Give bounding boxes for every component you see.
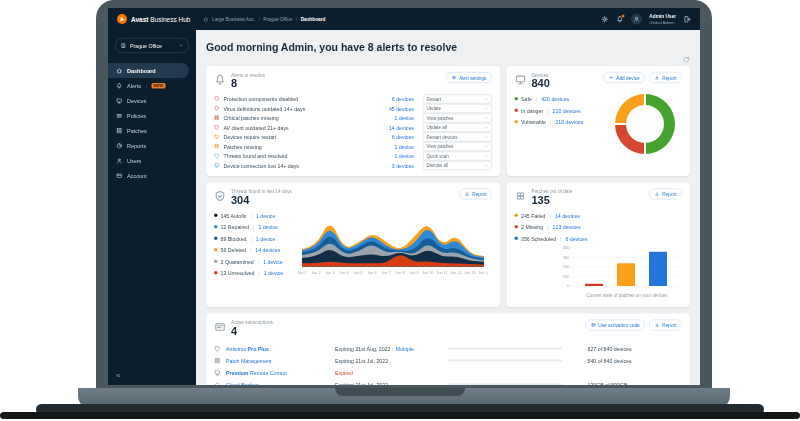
settings-icon[interactable] <box>601 15 609 23</box>
grid-icon <box>214 115 220 121</box>
chevron-down-icon <box>485 163 489 167</box>
alert-action-select[interactable]: Restart <box>423 94 492 103</box>
sidebar-item-patches[interactable]: Patches <box>108 123 189 138</box>
legend-item: 89 Blocked|1 device <box>214 233 298 245</box>
usage-value: 540 of 840 devices <box>588 358 683 364</box>
alert-devices-link[interactable]: 45 devices <box>389 105 414 111</box>
alert-devices-link[interactable]: 14 devices <box>389 124 414 130</box>
legend-value-link[interactable]: 1 device <box>263 258 283 264</box>
notifications-icon[interactable] <box>616 15 624 23</box>
legend-item: 56 Deleted|14 devices <box>214 244 298 256</box>
laptop-shadow <box>0 412 800 419</box>
alert-label: Virus definitions outdated 14+ days <box>224 105 385 111</box>
laptop-hinge <box>335 388 465 396</box>
refresh-icon[interactable] <box>683 56 691 64</box>
subscription-row: Patch ManagementExpiring 21st Jul, 20225… <box>214 355 682 367</box>
legend-value-link[interactable]: 1 device <box>256 235 276 241</box>
chevron-down-icon <box>485 125 489 129</box>
alert-devices-link[interactable]: 1 device <box>394 143 414 149</box>
legend-value-link[interactable]: 123 devices <box>553 224 581 230</box>
sidebar-nav: DashboardAlerts|NEWDevicesPoliciesPatche… <box>108 63 196 183</box>
org-selector-label: Prague Office <box>130 43 175 49</box>
user-icon <box>633 16 640 23</box>
plus-icon <box>609 75 614 80</box>
legend-label: Safe <box>521 96 532 102</box>
collapse-sidebar-icon[interactable]: « <box>116 371 120 380</box>
subscription-name[interactable]: Cloud Backup <box>226 382 335 385</box>
sidebar-item-reports[interactable]: Reports <box>108 138 189 153</box>
legend-value-link[interactable]: 420 devices <box>541 96 569 102</box>
monitor-icon <box>116 97 123 104</box>
subscriptions-count: 4 <box>231 325 273 337</box>
avatar[interactable] <box>631 14 642 25</box>
legend-value-link[interactable]: 1 device <box>264 270 284 276</box>
alert-row: Threats found and resolved1 deviceQuick … <box>214 151 492 161</box>
alert-action-select[interactable]: Quick scan <box>423 151 492 160</box>
sidebar-item-devices[interactable]: Devices <box>108 93 189 108</box>
legend-dot <box>515 120 519 124</box>
sidebar-item-users[interactable]: Users <box>108 153 189 168</box>
legend-value-link[interactable]: 14 devices <box>255 247 280 253</box>
download-icon <box>655 75 660 80</box>
shield-icon <box>214 125 220 131</box>
grid-icon <box>116 127 123 134</box>
alert-action-select[interactable]: Restart devices <box>423 132 492 141</box>
laptop-mockup: Avast Business Hub Large Business Acc./P… <box>0 0 800 421</box>
legend-value-link[interactable]: 6 devices <box>565 235 587 241</box>
alert-action-select[interactable]: Dismiss all <box>423 161 492 170</box>
legend-value-link[interactable]: 14 devices <box>555 212 580 218</box>
legend-value-link[interactable]: 1 device <box>258 224 278 230</box>
alert-devices-link[interactable]: 6 devices <box>392 134 414 140</box>
threats-report-button[interactable]: Report <box>459 189 492 200</box>
sidebar-item-account[interactable]: Account <box>108 168 189 183</box>
legend-item: 2 Quarantined|1 device <box>214 256 298 268</box>
shield-icon <box>214 106 220 112</box>
usage-progress-bar <box>448 360 563 362</box>
legend-value-link[interactable]: 210 devices <box>553 107 581 113</box>
breadcrumb-item[interactable]: Prague Office <box>263 16 292 22</box>
subscription-name[interactable]: Antivirus Pro Plus <box>226 346 335 352</box>
alert-action-select[interactable]: View patches <box>423 113 492 122</box>
sidebar-item-dashboard[interactable]: Dashboard <box>108 63 189 78</box>
sidebar-item-label: Policies <box>127 113 146 119</box>
alert-settings-button[interactable]: Alert settings <box>446 72 492 83</box>
org-selector[interactable]: Prague Office <box>115 38 189 53</box>
subscription-name[interactable]: Patch Management <box>226 358 335 364</box>
patches-report-button[interactable]: Report <box>649 189 682 200</box>
devices-report-button[interactable]: Report <box>649 72 682 83</box>
alerts-card: Alerts to resolve 8 Alert settings Prote… <box>206 66 500 176</box>
alert-devices-link[interactable]: 1 device <box>394 115 414 121</box>
user-info[interactable]: Admin User Global Admin <box>649 14 676 25</box>
chevron-down-icon <box>179 43 184 48</box>
add-device-button[interactable]: Add device <box>603 72 645 83</box>
sidebar-item-alerts[interactable]: Alerts|NEW <box>108 78 189 93</box>
breadcrumb-item[interactable]: Large Business Acc. <box>212 16 255 22</box>
home-icon <box>203 16 209 22</box>
use-activation-code-button[interactable]: Use activation code <box>585 320 645 331</box>
topbar-actions: Admin User Global Admin <box>601 14 691 25</box>
chevron-down-icon <box>485 154 489 158</box>
legend-value-link[interactable]: 210 devices <box>555 119 583 125</box>
devices-card: Devices 840 Add device Report Safe|420 d… <box>507 66 691 176</box>
svg-text:200: 200 <box>563 264 570 269</box>
sidebar-item-label: Devices <box>127 98 147 104</box>
legend-label: 13 Unresolved <box>221 270 255 276</box>
new-badge: NEW <box>151 83 165 89</box>
alert-devices-link[interactable]: 1 device <box>394 153 414 159</box>
alert-devices-link[interactable]: 6 devices <box>392 96 414 102</box>
svg-text:Current state of patches on yo: Current state of patches on your devices <box>587 293 669 298</box>
sidebar-item-policies[interactable]: Policies <box>108 108 189 123</box>
logout-icon[interactable] <box>684 15 692 23</box>
breadcrumb-separator: / <box>259 16 260 22</box>
alert-action-select[interactable]: Update <box>423 104 492 113</box>
alert-action-select[interactable]: Update all <box>423 123 492 132</box>
app-logo[interactable]: Avast Business Hub <box>117 14 196 24</box>
breadcrumb: Large Business Acc./Prague Office/Dashbo… <box>203 16 325 22</box>
subscriptions-report-button[interactable]: Report <box>649 320 682 331</box>
legend-value-link[interactable]: 1 device <box>256 212 276 218</box>
alert-devices-link[interactable]: 3 devices <box>392 162 414 168</box>
subscription-name[interactable]: Premium Remote Control <box>226 370 335 376</box>
multiple-link[interactable]: Multiple <box>396 346 414 352</box>
alert-action-select[interactable]: View patches <box>423 142 492 151</box>
subscription-expiry: Expiring 21st Jul, 2022 <box>335 358 448 364</box>
